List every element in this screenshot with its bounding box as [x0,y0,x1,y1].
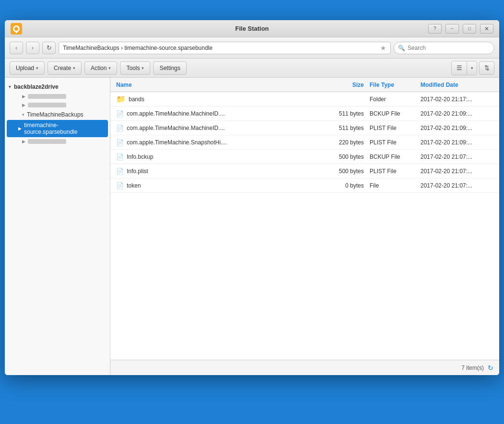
file-name: com.apple.TimeMachine.SnapshotHi.... [127,139,321,146]
upload-caret-icon: ▾ [36,66,38,71]
sidebar-blurred-item-3[interactable]: ▶ [5,137,110,146]
sidebar-sparsebundle-label: timemachine-source.sparsebundle [24,122,104,135]
file-date: 2017-02-20 21:09:... [417,110,493,117]
sidebar-blurred-item-1[interactable]: ▶ [5,92,110,101]
action-caret-icon: ▾ [108,66,111,71]
file-list-body: 📁bandsFolder2017-02-20 21:17:...📄com.app… [110,92,499,360]
file-icon: 📄 [116,124,124,132]
settings-label: Settings [159,65,180,71]
file-date: 2017-02-20 21:07:... [417,168,493,175]
status-bar: 7 item(s) ↻ [110,360,499,375]
file-station-window: File Station ? − □ ✕ ‹ › ↻ TimeMachineBa… [5,20,499,375]
sidebar-root-item[interactable]: ▾ backblaze2drive [5,82,110,92]
file-date: 2017-02-20 21:09:... [417,125,493,131]
help-button[interactable]: ? [428,24,442,34]
blurred-arrow-3: ▶ [22,139,25,144]
file-size: 0 bytes [321,182,364,189]
path-bar[interactable]: TimeMachineBackups › timemachine-source.… [59,42,391,54]
search-icon: 🔍 [398,45,405,51]
file-name: Info.plist [127,168,321,175]
file-list-header: Name Size File Type Modified Date [110,78,499,92]
table-row[interactable]: 📄com.apple.TimeMachine.SnapshotHi....220… [110,135,499,150]
timemachine-arrow-icon: ▾ [22,112,24,117]
upload-label: Upload [16,65,34,71]
file-icon: 📄 [116,182,124,189]
create-label: Create [54,65,71,71]
sidebar-blurred-label-2 [28,103,66,107]
sidebar-timemachine-item[interactable]: ▾ TimeMachineBackups [5,109,110,120]
search-bar[interactable]: 🔍 [394,42,494,54]
file-type: Folder [364,96,417,103]
list-view-button[interactable]: ☰ [452,61,467,75]
column-type[interactable]: File Type [364,82,417,88]
file-date: 2017-02-20 21:17:... [417,96,493,103]
file-type: PLIST File [364,168,417,175]
sidebar-sparsebundle-item[interactable]: ▶ timemachine-source.sparsebundle [7,120,108,137]
sidebar-root-label: backblaze2drive [14,83,59,90]
action-bar: Upload ▾ Create ▾ Action ▾ Tools ▾ Setti… [5,59,499,78]
refresh-button[interactable]: ↻ [42,42,56,54]
action-button[interactable]: Action ▾ [84,61,117,75]
table-row[interactable]: 📄Info.bckup500 bytesBCKUP File2017-02-20… [110,150,499,164]
file-type: PLIST File [364,125,417,131]
title-bar-left [11,23,22,35]
file-icon: 📄 [116,110,124,118]
tools-label: Tools [126,65,140,71]
file-size: 500 bytes [321,168,364,175]
table-row[interactable]: 📄token0 bytesFile2017-02-20 21:07:... [110,178,499,193]
file-list-container: Name Size File Type Modified Date 📁bands… [110,78,499,375]
file-date: 2017-02-20 21:07:... [417,182,493,189]
file-icon: 📄 [116,153,124,161]
app-icon [11,23,22,35]
path-text: TimeMachineBackups › timemachine-source.… [63,45,380,51]
list-view-caret[interactable]: ▾ [467,61,477,75]
file-size: 500 bytes [321,153,364,160]
create-caret-icon: ▾ [73,66,75,71]
blurred-arrow-1: ▶ [22,94,25,99]
table-row[interactable]: 📁bandsFolder2017-02-20 21:17:... [110,92,499,106]
sidebar-blurred-item-2[interactable]: ▶ [5,101,110,109]
blurred-arrow-2: ▶ [22,103,25,107]
app-icon-shape [13,25,20,32]
folder-icon: 📁 [116,94,126,104]
back-button[interactable]: ‹ [10,42,23,54]
file-icon: 📄 [116,139,124,146]
title-bar: File Station ? − □ ✕ [5,20,499,37]
refresh-status-button[interactable]: ↻ [488,364,493,372]
upload-button[interactable]: Upload ▾ [10,61,45,75]
settings-button[interactable]: Settings [153,61,186,75]
table-row[interactable]: 📄com.apple.TimeMachine.MachineID....511 … [110,121,499,135]
file-size: 511 bytes [321,125,364,131]
main-content: ▾ backblaze2drive ▶ ▶ ▾ TimeMachineBacku… [5,78,499,375]
file-name: com.apple.TimeMachine.MachineID.... [127,110,321,117]
tools-button[interactable]: Tools ▾ [120,61,150,75]
file-size: 220 bytes [321,139,364,146]
sidebar-blurred-label-1 [28,94,66,99]
table-row[interactable]: 📄com.apple.TimeMachine.MachineID....511 … [110,106,499,121]
maximize-button[interactable]: □ [463,24,476,34]
file-type: BCKUP File [364,153,417,160]
sidebar-blurred-label-3 [28,139,66,144]
forward-button[interactable]: › [26,42,39,54]
create-button[interactable]: Create ▾ [48,61,82,75]
column-name[interactable]: Name [116,82,321,88]
tools-caret-icon: ▾ [142,66,144,71]
bookmark-star-icon[interactable]: ★ [380,44,386,52]
minimize-button[interactable]: − [445,24,459,34]
view-controls: ☰ ▾ ⇅ [451,61,494,75]
item-count: 7 item(s) [461,365,484,371]
file-date: 2017-02-20 21:09:... [417,139,493,146]
column-size[interactable]: Size [321,82,364,88]
sort-button[interactable]: ⇅ [479,61,494,75]
window-controls: ? − □ ✕ [428,24,493,34]
column-date[interactable]: Modified Date [417,82,493,88]
file-size: 511 bytes [321,110,364,117]
action-label: Action [91,65,107,71]
sidebar: ▾ backblaze2drive ▶ ▶ ▾ TimeMachineBacku… [5,78,110,375]
sparsebundle-arrow-icon: ▶ [18,126,22,131]
table-row[interactable]: 📄Info.plist500 bytesPLIST File2017-02-20… [110,164,499,178]
file-name: token [127,182,321,189]
file-type: PLIST File [364,139,417,146]
search-input[interactable] [408,45,490,51]
close-button[interactable]: ✕ [480,24,493,34]
